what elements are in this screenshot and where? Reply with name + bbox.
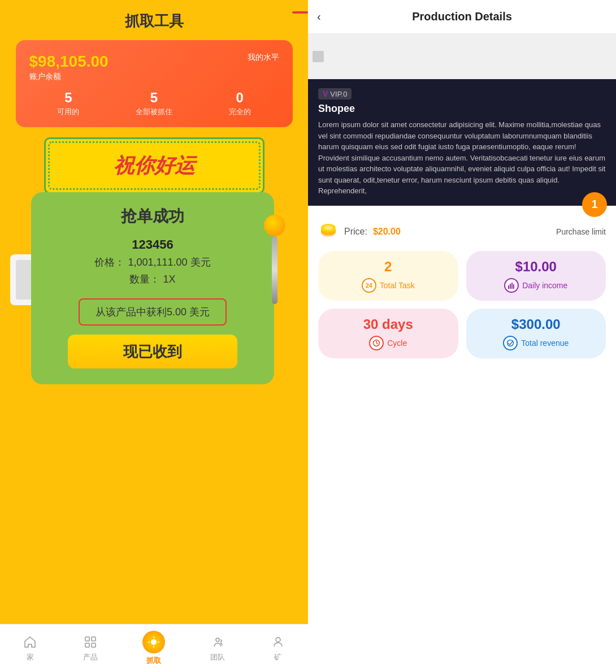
daily-income-number: $10.00 bbox=[515, 259, 557, 275]
level-label: 我的水平 bbox=[248, 53, 279, 63]
svg-rect-13 bbox=[510, 284, 511, 289]
svg-point-4 bbox=[151, 639, 157, 645]
balance-card: $98,105.00 账户余额 我的水平 5 可用的 5 全部被抓住 0 完全的 bbox=[16, 40, 293, 127]
app-title: 抓取工具 bbox=[125, 11, 184, 31]
total-revenue-icon bbox=[503, 336, 518, 350]
lever-ball[interactable] bbox=[264, 215, 285, 236]
right-panel: ‹ Production Details V VIP.0 Shopee Lore… bbox=[308, 0, 616, 672]
nav-capture-label: 抓取 bbox=[146, 656, 161, 666]
total-revenue-label: Total revenue bbox=[521, 339, 569, 348]
red-dash bbox=[292, 11, 308, 14]
slot-overlay: 抢单成功 123456 价格： 1,001,111.00 美元 数量： 1X 从… bbox=[31, 192, 274, 384]
vip-text: VIP.0 bbox=[330, 90, 347, 98]
stat-captured-number: 5 bbox=[150, 90, 158, 106]
price-left: Price: $20.00 bbox=[318, 222, 401, 242]
price-value: $20.00 bbox=[373, 227, 401, 237]
balance-label: 账户余额 bbox=[29, 72, 109, 82]
total-task-row: 24 Total Task bbox=[362, 278, 415, 293]
total-task-card: 2 24 Total Task bbox=[318, 251, 458, 301]
description-card: V VIP.0 Shopee Lorem ipsum dolor sit ame… bbox=[308, 79, 616, 206]
daily-income-label: Daily income bbox=[522, 281, 567, 290]
price-prefix: 价格： bbox=[94, 257, 125, 268]
nav-home-label: 家 bbox=[27, 652, 34, 662]
nav-mine-label: 矿 bbox=[274, 652, 281, 662]
total-task-label: Total Task bbox=[380, 281, 415, 290]
svg-rect-3 bbox=[92, 643, 96, 647]
qty-prefix: 数量： bbox=[129, 274, 160, 285]
cycle-row: Cycle bbox=[369, 336, 407, 350]
nav-products-label: 产品 bbox=[83, 652, 98, 662]
slot-title: 抢单成功 bbox=[121, 206, 184, 227]
description-text: Lorem ipsum dolor sit amet consectetur a… bbox=[318, 119, 606, 197]
stats-grid: 2 24 Total Task $10.00 Daily income bbox=[308, 251, 616, 367]
svg-rect-15 bbox=[513, 284, 514, 289]
nav-home[interactable]: 家 bbox=[22, 634, 38, 662]
coin-icon bbox=[318, 222, 339, 242]
lever[interactable] bbox=[264, 215, 285, 304]
cycle-icon bbox=[369, 336, 384, 350]
slot-content: 123456 价格： 1,001,111.00 美元 数量： 1X bbox=[48, 237, 257, 286]
lucky-banner: 祝你好运 bbox=[44, 137, 264, 194]
home-icon bbox=[22, 634, 38, 650]
team-icon bbox=[210, 634, 225, 650]
nav-products[interactable]: 产品 bbox=[83, 634, 98, 662]
page-title: Production Details bbox=[412, 10, 512, 23]
stat-complete-number: 0 bbox=[236, 90, 243, 106]
svg-rect-2 bbox=[85, 643, 89, 647]
cycle-card: 30 days Cycle bbox=[318, 309, 458, 358]
svg-rect-0 bbox=[85, 637, 89, 641]
svg-point-11 bbox=[324, 226, 333, 230]
right-header: ‹ Production Details bbox=[308, 0, 616, 34]
purchase-limit-label: Purchase limit bbox=[556, 227, 606, 236]
stat-captured: 5 全部被抓住 bbox=[136, 90, 172, 117]
svg-rect-14 bbox=[511, 283, 513, 289]
stat-complete-label: 完全的 bbox=[229, 107, 251, 117]
purchase-limit-badge: 1 bbox=[582, 192, 607, 217]
shop-name: Shopee bbox=[318, 103, 606, 115]
bottom-nav: 家 产品 抓取 bbox=[0, 624, 308, 672]
left-header: 抓取工具 bbox=[0, 0, 308, 37]
mine-icon bbox=[270, 634, 286, 650]
daily-income-icon bbox=[504, 278, 519, 293]
cycle-number: 30 days bbox=[363, 317, 413, 332]
order-id: 123456 bbox=[132, 237, 173, 252]
product-image-area bbox=[308, 34, 616, 79]
products-icon bbox=[83, 634, 98, 650]
confirm-button[interactable]: 现已收到 bbox=[68, 335, 237, 368]
svg-rect-12 bbox=[508, 285, 509, 289]
price-section: Price: $20.00 Purchase limit bbox=[308, 206, 616, 251]
cycle-label: Cycle bbox=[387, 339, 407, 348]
nav-team[interactable]: 团队 bbox=[210, 634, 225, 662]
profit-text: 从该产品中获利5.00 美元 bbox=[96, 306, 210, 318]
svg-line-18 bbox=[376, 343, 378, 344]
order-price: 价格： 1,001,111.00 美元 bbox=[94, 255, 210, 269]
profit-box: 从该产品中获利5.00 美元 bbox=[79, 298, 227, 326]
lucky-text: 祝你好运 bbox=[114, 152, 195, 180]
stat-complete: 0 完全的 bbox=[229, 90, 251, 117]
stat-captured-label: 全部被抓住 bbox=[136, 107, 172, 117]
daily-income-card: $10.00 Daily income bbox=[466, 251, 606, 301]
lever-rod bbox=[272, 236, 277, 304]
product-thumb bbox=[313, 51, 324, 62]
price-label: Price: bbox=[344, 227, 367, 237]
qty-val: 1X bbox=[163, 274, 175, 285]
nav-team-label: 团队 bbox=[210, 652, 225, 662]
stat-available-number: 5 bbox=[64, 90, 72, 106]
nav-capture[interactable]: 抓取 bbox=[142, 631, 165, 666]
total-task-icon: 24 bbox=[362, 278, 376, 293]
capture-active-circle bbox=[142, 631, 165, 653]
svg-point-5 bbox=[216, 638, 219, 641]
stat-available-label: 可用的 bbox=[57, 107, 79, 117]
back-button[interactable]: ‹ bbox=[317, 10, 321, 23]
order-qty: 数量： 1X bbox=[129, 272, 175, 286]
total-task-number: 2 bbox=[384, 259, 392, 275]
balance-stats: 5 可用的 5 全部被抓住 0 完全的 bbox=[29, 90, 279, 117]
nav-mine[interactable]: 矿 bbox=[270, 634, 286, 662]
balance-amount: $98,105.00 bbox=[29, 53, 109, 71]
stat-available: 5 可用的 bbox=[57, 90, 79, 117]
vip-badge: V VIP.0 bbox=[318, 88, 352, 99]
svg-point-6 bbox=[276, 638, 280, 642]
svg-rect-1 bbox=[92, 637, 96, 641]
total-revenue-row: Total revenue bbox=[503, 336, 569, 350]
total-revenue-number: $300.00 bbox=[511, 317, 561, 332]
